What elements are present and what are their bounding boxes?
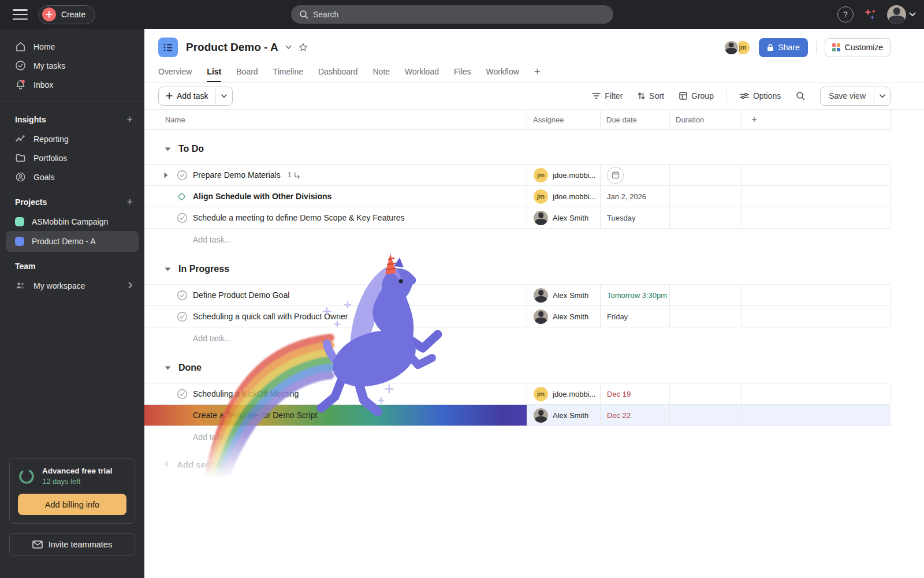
assignee-name: Alex Smith	[553, 411, 588, 420]
add-task-row[interactable]: Add task...	[144, 327, 891, 349]
table-row[interactable]: Align Schedule with Other Divisions jm j…	[144, 186, 891, 207]
group-button[interactable]: Group	[675, 88, 718, 104]
add-task-inline-label: Add task...	[193, 432, 231, 442]
table-row[interactable]: Scheduling a quick call with Product Own…	[144, 306, 891, 327]
tab-note[interactable]: Note	[373, 61, 390, 82]
search-tasks-icon[interactable]	[791, 88, 810, 104]
title-chevron-icon[interactable]	[285, 45, 292, 50]
due-date[interactable]: Tomorrow 3:30pm	[601, 285, 670, 305]
tab-files[interactable]: Files	[454, 61, 471, 82]
sidebar-item-inbox[interactable]: Inbox	[0, 75, 144, 94]
task-name[interactable]: Create a Template for Demo Script	[193, 411, 317, 420]
add-section-button[interactable]: + Add section	[144, 458, 375, 471]
due-date[interactable]: Jan 2, 2026	[601, 186, 670, 207]
user-menu[interactable]	[887, 5, 916, 24]
sidebar-project-product-demo[interactable]: Product Demo - A	[6, 231, 139, 252]
set-due-date-icon[interactable]	[607, 167, 624, 184]
tab-board[interactable]: Board	[236, 61, 258, 82]
page-title: Product Demo - A	[186, 41, 278, 54]
duration-cell[interactable]	[670, 207, 742, 228]
sidebar-toggle-icon[interactable]	[13, 9, 28, 20]
due-date[interactable]: Friday	[601, 306, 670, 327]
table-row[interactable]: Scheduling a KickOff Meeting jm jdoe.mob…	[144, 383, 891, 405]
add-tab-icon[interactable]: +	[534, 65, 541, 78]
share-button[interactable]: Share	[759, 38, 808, 57]
filter-button[interactable]: Filter	[587, 88, 627, 104]
star-icon[interactable]	[299, 43, 308, 52]
add-billing-button[interactable]: Add billing info	[18, 494, 126, 515]
member-avatars[interactable]: jm	[724, 40, 751, 55]
add-task-button[interactable]: Add task	[158, 87, 233, 106]
options-button[interactable]: Options	[735, 88, 785, 104]
duration-cell[interactable]	[670, 405, 742, 426]
due-date[interactable]: Dec 19	[601, 383, 670, 404]
add-column-icon[interactable]: +	[751, 114, 757, 125]
section-done: Done Scheduling a KickOff Meeting jm jdo…	[144, 358, 891, 448]
invite-teammates-button[interactable]: Invite teammates	[9, 533, 135, 556]
column-header-assignee[interactable]: Assignee	[527, 110, 601, 129]
tab-list[interactable]: List	[207, 61, 221, 82]
sidebar-project-asmobbin[interactable]: ASMobbin Campaign	[0, 212, 144, 231]
duration-cell[interactable]	[670, 186, 742, 207]
task-check-icon[interactable]	[177, 290, 193, 301]
task-name[interactable]: Scheduling a KickOff Meeting	[193, 389, 299, 398]
task-name[interactable]: Scheduling a quick call with Product Own…	[193, 312, 348, 321]
table-row[interactable]: Define Product Demo Goal Alex Smith Tomo…	[144, 285, 891, 306]
sidebar-item-reporting[interactable]: Reporting	[0, 129, 144, 148]
add-task-row[interactable]: Add task...	[144, 229, 891, 250]
customize-button[interactable]: Customize	[825, 38, 891, 57]
add-insights-icon[interactable]: +	[126, 114, 133, 125]
search-input[interactable]: Search	[291, 5, 613, 24]
help-icon[interactable]: ?	[837, 6, 854, 23]
subtask-badge: 1	[288, 171, 301, 179]
column-header-duration[interactable]: Duration	[670, 110, 742, 129]
task-check-icon[interactable]	[177, 170, 193, 181]
task-check-icon[interactable]	[177, 212, 193, 223]
sidebar-item-my-tasks[interactable]: My tasks	[0, 56, 144, 75]
tab-workload[interactable]: Workload	[405, 61, 439, 82]
subtask-icon	[293, 171, 301, 179]
project-icon[interactable]	[158, 38, 178, 57]
task-name[interactable]: Align Schedule with Other Divisions	[193, 192, 331, 201]
tab-workflow[interactable]: Workflow	[486, 61, 519, 82]
column-header-name[interactable]: Name	[144, 110, 527, 129]
add-project-icon[interactable]: +	[126, 197, 133, 207]
task-check-icon[interactable]	[177, 311, 193, 322]
create-button[interactable]: Create	[38, 5, 95, 24]
sort-button[interactable]: Sort	[633, 88, 669, 104]
add-task-row[interactable]: Add task...	[144, 426, 891, 448]
sidebar-item-portfolios[interactable]: Portfolios	[0, 148, 144, 167]
task-check-icon[interactable]	[177, 389, 193, 400]
save-view-dropdown[interactable]	[874, 87, 890, 105]
task-name[interactable]: Define Product Demo Goal	[193, 290, 289, 300]
task-name[interactable]: Schedule a meeting to define Demo Scope …	[193, 213, 405, 222]
sidebar-item-my-workspace[interactable]: My workspace	[0, 276, 144, 295]
section-collapse-icon[interactable]	[165, 267, 171, 271]
section-collapse-icon[interactable]	[165, 147, 171, 151]
duration-cell[interactable]	[670, 383, 742, 404]
approval-diamond-icon[interactable]	[177, 192, 193, 202]
sparkles-ai-icon[interactable]	[863, 7, 878, 22]
sidebar-item-home[interactable]: Home	[0, 37, 144, 56]
duration-cell[interactable]	[670, 285, 742, 305]
save-view-button[interactable]: Save view	[820, 87, 891, 106]
tab-dashboard[interactable]: Dashboard	[318, 61, 358, 82]
assignee-avatar	[534, 408, 548, 423]
due-date[interactable]: Dec 22	[601, 405, 670, 426]
tab-overview[interactable]: Overview	[158, 61, 192, 82]
table-row[interactable]: Schedule a meeting to define Demo Scope …	[144, 207, 891, 229]
extra-cell	[742, 383, 891, 404]
tab-timeline[interactable]: Timeline	[273, 61, 303, 82]
table-row[interactable]: Prepare Demo Materials 1 jm jdoe.mobbi..…	[144, 165, 891, 186]
task-name[interactable]: Prepare Demo Materials	[193, 170, 281, 180]
expand-subtasks-icon[interactable]	[164, 172, 177, 178]
section-collapse-icon[interactable]	[165, 366, 171, 370]
duration-cell[interactable]	[670, 165, 742, 185]
add-task-dropdown[interactable]	[215, 87, 232, 105]
duration-cell[interactable]	[670, 306, 742, 327]
column-header-due-date[interactable]: Due date	[601, 110, 670, 129]
extra-cell	[742, 165, 891, 185]
sidebar-item-goals[interactable]: Goals	[0, 167, 144, 187]
table-row-selected[interactable]: Create a Template for Demo Script Alex S…	[144, 405, 891, 426]
due-date[interactable]: Tuesday	[601, 207, 670, 228]
